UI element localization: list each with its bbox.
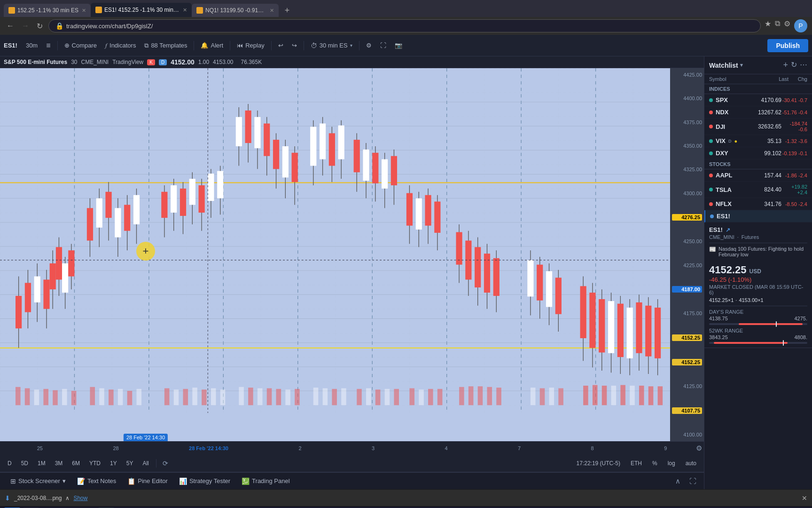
auto-button[interactable]: auto bbox=[682, 459, 700, 468]
download-close-button[interactable]: ✕ bbox=[802, 494, 807, 502]
pct-button[interactable]: % bbox=[648, 459, 661, 468]
svg-rect-68 bbox=[217, 171, 223, 198]
svg-rect-158 bbox=[127, 391, 133, 405]
tf-ytd[interactable]: YTD bbox=[86, 459, 104, 468]
nav-back[interactable]: ← bbox=[5, 20, 16, 32]
es1-external-link-icon[interactable]: ↗ bbox=[726, 227, 730, 233]
stock-screener-tab[interactable]: ⊞ Stock Screener ▾ bbox=[5, 475, 71, 487]
nav-refresh[interactable]: ↻ bbox=[35, 20, 45, 32]
time-4: 4 bbox=[445, 445, 448, 451]
watchlist-title[interactable]: Watchlist ▾ bbox=[709, 62, 780, 69]
watchlist-item-spx[interactable]: SPX 4170.69 -30.41 -0.7 bbox=[704, 94, 812, 106]
bar-type-button[interactable]: ≡ bbox=[42, 39, 54, 52]
interval-button[interactable]: ⏱ 30 min ES ▾ bbox=[307, 40, 356, 52]
publish-button[interactable]: Publish bbox=[767, 39, 808, 52]
collapse-bottom-button[interactable]: ∧ bbox=[671, 475, 684, 488]
nav-forward[interactable]: → bbox=[20, 20, 31, 32]
dji-dot bbox=[709, 125, 713, 128]
templates-button[interactable]: ⧉ 88 Templates bbox=[141, 40, 191, 52]
indicators-button[interactable]: 𝑓 Indicators bbox=[102, 40, 140, 52]
svg-rect-3 bbox=[0, 68, 670, 413]
replay-button[interactable]: ⏮ Replay bbox=[233, 40, 268, 51]
svg-rect-40 bbox=[34, 277, 40, 302]
tf-5d[interactable]: 5D bbox=[17, 459, 32, 468]
screenshot-button[interactable]: 📷 bbox=[391, 40, 406, 51]
watchlist-more-icon[interactable]: ⋯ bbox=[800, 60, 807, 70]
tf-all[interactable]: All bbox=[139, 459, 152, 468]
time-2: 2 bbox=[298, 445, 301, 451]
tf-1y[interactable]: 1Y bbox=[106, 459, 121, 468]
svg-rect-171 bbox=[276, 389, 281, 405]
trading-panel-tab[interactable]: 💹 Trading Panel bbox=[236, 475, 295, 487]
watchlist-add-icon[interactable]: + bbox=[783, 60, 788, 70]
svg-rect-28 bbox=[50, 263, 56, 289]
alert-button[interactable]: 🔔 Alert bbox=[197, 40, 227, 51]
tab-1-close[interactable]: ✕ bbox=[82, 8, 86, 14]
svg-rect-174 bbox=[313, 388, 319, 405]
watchlist-item-vix[interactable]: VIX D ● 35.13 -1.32 -3.6 bbox=[704, 135, 812, 147]
date-label: 28 Feb '22 14:30 bbox=[124, 434, 168, 441]
bookmarks-icon[interactable]: ★ bbox=[765, 19, 771, 32]
eth-button[interactable]: ETH bbox=[627, 459, 646, 468]
watchlist-item-tsla[interactable]: TSLA 824.40 +19.82 +2.4 bbox=[704, 182, 812, 198]
svg-rect-192 bbox=[531, 388, 536, 405]
price-4375: 4375.00 bbox=[672, 119, 702, 125]
tab-2-close[interactable]: ✕ bbox=[183, 7, 187, 13]
tab-3[interactable]: NQ1! 13199.50 -0.91% 30 min... ✕ bbox=[192, 4, 279, 17]
svg-rect-197 bbox=[593, 385, 598, 405]
tab-3-close[interactable]: ✕ bbox=[270, 8, 274, 14]
days-range-high: 4275. bbox=[794, 316, 807, 321]
svg-rect-114 bbox=[475, 247, 481, 287]
tf-6m[interactable]: 6M bbox=[68, 459, 84, 468]
browser-settings-icon[interactable]: ⚙ bbox=[784, 19, 790, 32]
timeframe-button[interactable]: 30m bbox=[22, 40, 41, 51]
strategy-tester-tab[interactable]: 📊 Strategy Tester bbox=[173, 475, 236, 487]
svg-rect-138 bbox=[627, 308, 633, 358]
tab-2[interactable]: ES1! 4152.25 -1.1% 30 min ES ✕ bbox=[91, 3, 192, 17]
download-show-button[interactable]: Show bbox=[73, 495, 87, 501]
price-4200-cursor: 4187.00 bbox=[672, 286, 702, 293]
watchlist-item-es1[interactable]: ES1! bbox=[704, 210, 812, 222]
tf-1m[interactable]: 1M bbox=[34, 459, 49, 468]
svg-rect-80 bbox=[282, 146, 289, 177]
vix-dot bbox=[709, 139, 713, 143]
tsla-symbol: TSLA bbox=[709, 186, 749, 193]
camera-icon: 📷 bbox=[395, 42, 402, 49]
redo-button[interactable]: ↪ bbox=[288, 40, 301, 51]
watchlist-item-dxy[interactable]: DXY 99.102 -0.139 -0.1 bbox=[704, 147, 812, 159]
time-axis-settings[interactable]: ⚙ bbox=[696, 444, 702, 452]
svg-rect-42 bbox=[43, 279, 49, 309]
extensions-icon[interactable]: ⧉ bbox=[775, 19, 780, 32]
chart-settings-button[interactable]: ⚙ bbox=[362, 40, 375, 51]
text-notes-tab[interactable]: 📝 Text Notes bbox=[71, 475, 122, 487]
fullscreen-button[interactable]: ⛶ bbox=[376, 40, 390, 51]
undo-button[interactable]: ↩ bbox=[274, 40, 287, 51]
spx-last: 4170.69 bbox=[749, 97, 781, 103]
tab-1[interactable]: 152.25 -1.1% 30 min ES ✕ bbox=[4, 4, 91, 17]
tf-d[interactable]: D bbox=[4, 459, 16, 468]
svg-rect-128 bbox=[580, 286, 586, 338]
expand-bottom-button[interactable]: ⛶ bbox=[686, 475, 699, 488]
log-button[interactable]: log bbox=[664, 459, 679, 468]
watchlist-refresh-icon[interactable]: ↻ bbox=[791, 60, 797, 70]
address-bar[interactable]: 🔒 tradingview.com/chart/Dp9gislZ/ bbox=[48, 19, 761, 32]
compare-button[interactable]: ⊕ Compare bbox=[61, 40, 101, 51]
tf-5y[interactable]: 5Y bbox=[123, 459, 137, 468]
pine-editor-tab[interactable]: 📋 Pine Editor bbox=[122, 475, 173, 487]
svg-rect-84 bbox=[310, 127, 316, 166]
replay-tf-icon[interactable]: ⟳ bbox=[160, 458, 171, 468]
watchlist-item-aapl[interactable]: AAPL 157.44 -1.86 -2.4 bbox=[704, 169, 812, 182]
stock-screener-label: Stock Screener bbox=[18, 477, 60, 484]
svg-rect-142 bbox=[645, 306, 651, 357]
watchlist-item-nflx[interactable]: NFLX 341.76 -8.50 -2.4 bbox=[704, 198, 812, 210]
52wk-range-label: 52WK RANGE bbox=[709, 328, 807, 333]
svg-rect-172 bbox=[285, 389, 290, 405]
watchlist-item-dji[interactable]: DJI 32632.65 -184.74 -0.6 bbox=[704, 119, 812, 135]
tf-3m[interactable]: 3M bbox=[51, 459, 67, 468]
address-bar-row: ← → ↻ 🔒 tradingview.com/chart/Dp9gislZ/ … bbox=[0, 17, 812, 35]
ndx-chg: -51.76 -0.4 bbox=[781, 110, 807, 115]
watchlist-item-ndx[interactable]: NDX 13267.62 -51.76 -0.4 bbox=[704, 106, 812, 119]
chart-canvas[interactable]: 4425.00 4400.00 4375.00 4350.00 4325.00 … bbox=[0, 68, 704, 441]
profile-icon[interactable]: P bbox=[794, 19, 807, 32]
new-tab-button[interactable]: + bbox=[281, 4, 294, 17]
